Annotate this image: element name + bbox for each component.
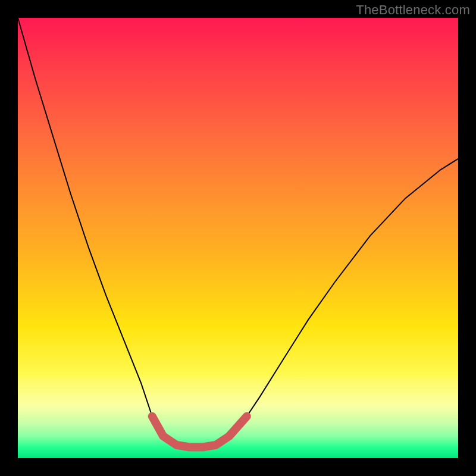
watermark-text: TheBottleneck.com — [356, 2, 470, 18]
chart-frame: TheBottleneck.com — [0, 0, 476, 476]
chart-overlay — [18, 18, 458, 458]
bottleneck-curve — [18, 18, 458, 447]
highlight-trough — [152, 416, 247, 447]
